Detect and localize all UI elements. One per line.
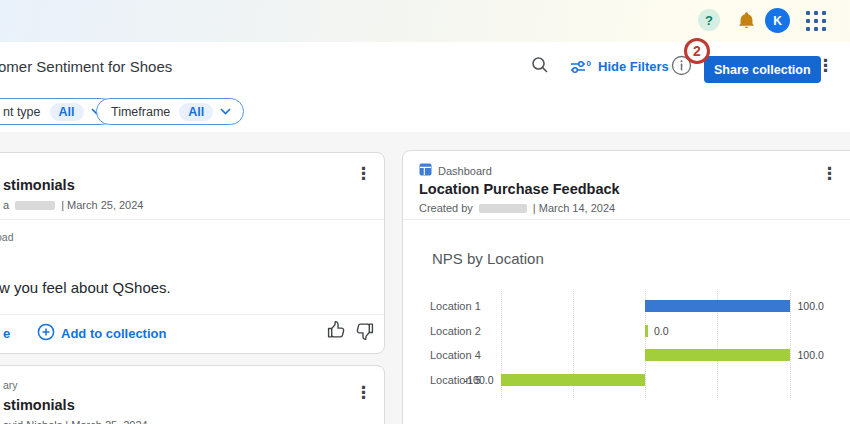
hide-filters-button[interactable]: 0 Hide Filters <box>570 42 669 90</box>
add-to-collection-button[interactable]: Add to collection <box>61 326 166 341</box>
chart-category-label: Location 2 <box>430 324 481 338</box>
chart-bar <box>501 374 646 386</box>
app-window: ? K omer Sentiment for Shoes 0 Hide Filt… <box>0 0 850 424</box>
chart-bar <box>645 300 790 312</box>
divider <box>0 314 384 315</box>
plus-circle-icon[interactable] <box>37 323 55 341</box>
card-date: | March 25, 2024 <box>61 199 143 211</box>
collection-header: omer Sentiment for Shoes 0 Hide Filters … <box>0 42 850 91</box>
card-creator-line: avid Nichols | March 25, 2024 <box>3 419 148 424</box>
chart-category-label: Location 1 <box>430 299 481 313</box>
card-kebab-menu-icon[interactable]: ⋮ <box>355 165 372 182</box>
collection-content: ⋮ stimonials a | March 25, 2024 oad w yo… <box>0 132 850 424</box>
content-type-filter-value: All <box>50 103 84 121</box>
question-label-fragment: oad <box>0 231 14 243</box>
share-collection-button[interactable]: Share collection <box>704 56 821 83</box>
card-type-fragment: ary <box>3 379 18 391</box>
chart-value-label: -100.0 <box>464 375 494 386</box>
hide-filters-label: Hide Filters <box>598 59 669 74</box>
creator-name-fragment: a <box>3 199 9 211</box>
timeframe-filter-value: All <box>179 103 213 121</box>
content-type-filter-label: nt type <box>3 105 41 119</box>
truncated-link-fragment[interactable]: e <box>3 326 10 341</box>
svg-text:0: 0 <box>587 59 592 68</box>
thumbs-down-icon[interactable] <box>353 322 374 341</box>
chevron-down-icon <box>220 108 231 115</box>
filter-sliders-icon: 0 <box>570 59 592 74</box>
help-icon[interactable]: ? <box>698 9 720 31</box>
testimonial-card-top[interactable]: ⋮ stimonials a | March 25, 2024 oad w yo… <box>0 152 385 354</box>
user-avatar[interactable]: K <box>765 8 790 33</box>
card-title: stimonials <box>3 397 75 413</box>
chart-gridline <box>790 291 791 398</box>
card-creator-line: a | March 25, 2024 <box>3 199 143 211</box>
chart-category-label: Location 4 <box>430 348 481 362</box>
card-title: stimonials <box>3 177 75 193</box>
header-kebab-menu-icon[interactable]: ⋮ <box>817 57 834 74</box>
filter-bar: nt type All Timeframe All <box>0 90 850 133</box>
global-topbar: ? K <box>0 0 850 43</box>
testimonial-card-bottom[interactable]: ⋮ ary stimonials avid Nichols | March 25… <box>0 365 385 424</box>
chart-value-label: 0.0 <box>654 326 669 337</box>
chart-value-label: 100.0 <box>798 301 824 312</box>
divider <box>0 219 384 220</box>
dashboard-card[interactable]: Dashboard ⋮ Location Purchase Feedback C… <box>402 150 850 424</box>
chart-value-label: 100.0 <box>798 350 824 361</box>
redacted-text <box>15 201 55 210</box>
annotation-step-badge: 2 <box>684 38 710 64</box>
thumbs-up-icon[interactable] <box>327 320 348 339</box>
timeframe-filter-pill[interactable]: Timeframe All <box>96 98 244 125</box>
timeframe-filter-label: Timeframe <box>111 105 170 119</box>
notifications-bell-icon[interactable] <box>737 11 756 30</box>
card-kebab-menu-icon[interactable]: ⋮ <box>355 384 372 401</box>
app-switcher-waffle-icon[interactable] <box>806 11 826 31</box>
chart-bar <box>645 349 790 361</box>
testimonial-statement: w you feel about QShoes. <box>0 279 171 296</box>
nps-chart: Location 1100.0Location 20.0Location 410… <box>403 151 850 424</box>
page-title: omer Sentiment for Shoes <box>0 42 172 90</box>
search-icon[interactable] <box>530 55 550 75</box>
chart-bar <box>645 325 648 337</box>
